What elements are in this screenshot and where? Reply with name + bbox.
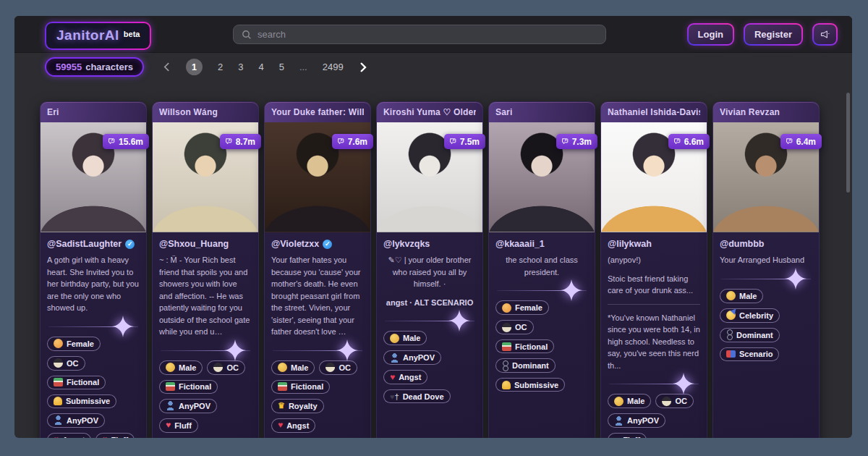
tag-chip[interactable]: ♥Angst [271, 418, 315, 433]
submissive-icon [54, 397, 62, 405]
tag-chip[interactable]: Male [608, 394, 651, 408]
page-number[interactable]: 4 [258, 62, 263, 72]
creator-username[interactable]: @SadistLaughter✓ [47, 239, 140, 249]
creator-username[interactable]: @lilykwah [608, 239, 700, 249]
tag-chip[interactable]: Dominant [720, 328, 780, 342]
page-number[interactable]: 5 [279, 62, 284, 72]
male-icon [166, 363, 175, 372]
character-portrait-image: 6.4m [713, 122, 819, 232]
tag-chip[interactable]: AnyPOV [383, 350, 441, 365]
card-body: @lykvzqks✎♡ | your older brother who rai… [377, 232, 482, 413]
chevron-left-icon[interactable] [163, 62, 171, 72]
tag-chip[interactable]: Female [495, 300, 549, 315]
fictional-icon [502, 342, 511, 351]
tag-chip[interactable]: ♥Fluff [608, 433, 647, 438]
register-button[interactable]: Register [744, 23, 803, 46]
tag-chip[interactable]: Dominant [495, 358, 556, 373]
creator-username[interactable]: @dumbbb [720, 239, 812, 249]
tag-label: Male [403, 334, 420, 342]
description-text: angst · ALT SCENARIO [383, 297, 476, 309]
tag-chip[interactable]: Male [271, 360, 315, 375]
sparkle-icon [785, 268, 807, 290]
character-card[interactable]: Kiroshi Yuma ♡ Older bro…7.5m@lykvzqks✎♡… [376, 101, 483, 438]
tag-chip[interactable]: Submissive [47, 394, 116, 408]
tag-chip[interactable]: OC [655, 394, 694, 408]
chat-count-value: 6.4m [796, 137, 816, 147]
tag-chip[interactable]: OC [319, 360, 357, 375]
tag-chip[interactable]: Male [720, 289, 763, 303]
card-body: @SadistLaughter✓A goth girl with a heavy… [41, 232, 146, 438]
chat-bubble-icon [108, 138, 116, 145]
janitorai-logo[interactable]: JanitorAI beta [45, 22, 151, 50]
character-card[interactable]: Your Duke father: William …7.6m@Violetzx… [264, 101, 371, 438]
creator-username[interactable]: @kkaaaii_1 [495, 239, 588, 249]
tag-chip[interactable]: OC [47, 356, 85, 371]
tag-chip[interactable]: Fictional [47, 376, 106, 389]
tag-label: Female [515, 303, 542, 312]
creator-username[interactable]: @Violetzxx✓ [271, 239, 364, 249]
character-card[interactable]: Nathaniel Ishida-Davis ~ …6.6m@lilykwah(… [600, 101, 707, 438]
tag-chip[interactable]: FemPov [271, 438, 328, 439]
search-input[interactable]: search [233, 25, 606, 44]
creator-username-text: @kkaaaii_1 [495, 239, 545, 249]
tag-chip[interactable]: Celebrity [720, 308, 780, 323]
card-title-bar: Sari [489, 102, 595, 122]
tag-chip[interactable]: ♥Angst [47, 433, 91, 439]
chevron-right-icon[interactable] [359, 62, 367, 72]
creator-username[interactable]: @Shxou_Huang [159, 239, 252, 249]
tag-chip[interactable]: Male [383, 331, 427, 345]
tag-chip[interactable]: Fictional [495, 339, 554, 353]
tag-chip[interactable]: OC [495, 320, 534, 334]
tag-chip[interactable]: ♥Angst [383, 370, 427, 384]
megaphone-icon [820, 29, 830, 40]
page-number[interactable]: 2 [218, 62, 223, 72]
tag-chip[interactable]: ♛Royalty [271, 399, 324, 413]
announcements-button[interactable] [812, 23, 838, 46]
search-placeholder: search [258, 29, 286, 40]
tag-chip[interactable]: Female [47, 337, 101, 351]
tag-chip[interactable]: AnyPOV [159, 399, 217, 413]
male-icon [614, 397, 624, 406]
creator-username-text: @lykvzqks [383, 239, 430, 249]
tag-chip[interactable]: Dead Dove [383, 389, 451, 403]
tag-label: Female [67, 339, 94, 348]
page-number-active[interactable]: 1 [186, 59, 203, 75]
card-divider [48, 326, 138, 327]
tag-label: OC [226, 363, 239, 372]
tag-chip[interactable]: Male [159, 360, 203, 375]
card-description: Your Arranged Husband [720, 254, 812, 266]
description-text: ✎♡ | your older brother who raised you a… [383, 254, 476, 290]
tag-list: MaleOCFictional♛Royalty♥AngstFemPov [271, 360, 364, 439]
sparkle-icon [336, 339, 358, 361]
character-card[interactable]: Sari7.3m@kkaaaii_1the school and class p… [488, 101, 595, 438]
tag-chip[interactable]: ♥Fluff [159, 418, 198, 433]
tag-label: AnyPOV [403, 353, 435, 362]
tag-chip[interactable]: Submissive [495, 378, 565, 392]
anypov-icon [390, 353, 399, 363]
angst-icon: ♥ [278, 421, 283, 430]
tag-chip[interactable]: Fictional [159, 380, 218, 394]
card-title: Sari [495, 107, 512, 117]
character-card[interactable]: Willson Wáng8.7m@Shxou_Huang~ : M̈ - You… [152, 101, 259, 438]
tag-chip[interactable]: AnyPOV [608, 413, 665, 428]
tag-chip[interactable]: Scenario [720, 347, 779, 361]
character-portrait-image: 7.3m [489, 122, 595, 232]
character-card[interactable]: Vivian Revzan6.4m@dumbbbYour Arranged Hu… [712, 101, 820, 438]
tag-chip[interactable]: ♥Fluff [95, 433, 135, 439]
tag-list: MaleOCAnyPOV♥Fluff [608, 394, 700, 438]
fluff-icon: ♥ [614, 436, 619, 439]
page-number[interactable]: 2499 [323, 62, 344, 72]
fluff-icon: ♥ [166, 421, 171, 430]
tag-chip[interactable]: OC [207, 360, 245, 375]
card-divider [721, 279, 811, 279]
page-number[interactable]: 3 [238, 62, 243, 72]
login-button[interactable]: Login [687, 23, 734, 46]
tag-chip[interactable]: AnyPOV [47, 413, 105, 428]
pagination: 12345...2499 [163, 59, 367, 75]
creator-username[interactable]: @lykvzqks [383, 239, 476, 249]
character-card[interactable]: Eri15.6m@SadistLaughter✓A goth girl with… [40, 101, 147, 438]
tag-chip[interactable]: Fictional [271, 380, 330, 394]
characters-count-badge[interactable]: 59955 characters [45, 57, 144, 77]
scrollbar-thumb[interactable] [846, 93, 850, 193]
chat-count-value: 6.6m [684, 137, 704, 147]
